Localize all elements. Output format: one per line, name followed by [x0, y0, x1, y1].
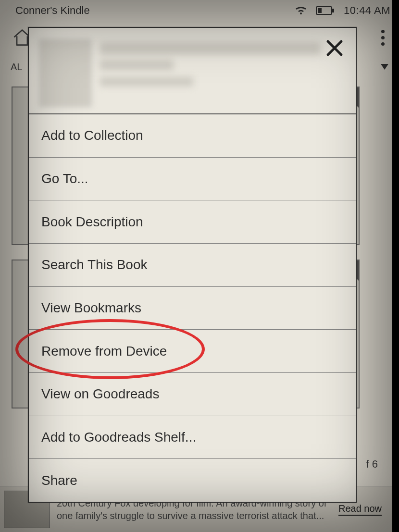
status-bar: Conner's Kindle 10:44 AM — [0, 0, 399, 21]
clock-time: 10:44 AM — [344, 4, 390, 17]
menu-item-add-to-collection[interactable]: Add to Collection — [29, 114, 356, 158]
book-cover-thumbnail — [39, 39, 91, 107]
chevron-down-icon — [381, 64, 388, 70]
filter-label[interactable]: AL — [11, 62, 22, 73]
device-name: Conner's Kindle — [15, 4, 90, 17]
menu-item-add-to-goodreads-shelf[interactable]: Add to Goodreads Shelf... — [29, 416, 356, 459]
book-title-block — [100, 39, 345, 107]
page-indicator: f 6 — [366, 458, 378, 470]
menu-item-view-bookmarks[interactable]: View Bookmarks — [29, 287, 356, 330]
modal-header — [29, 28, 356, 114]
close-button[interactable] — [324, 37, 345, 59]
menu-item-search-this-book[interactable]: Search This Book — [29, 244, 356, 287]
read-now-link[interactable]: Read now — [338, 503, 382, 516]
menu-item-book-description[interactable]: Book Description — [29, 200, 356, 244]
menu-list: Add to Collection Go To... Book Descript… — [29, 114, 356, 502]
menu-item-remove-from-device[interactable]: Remove from Device — [29, 330, 356, 373]
menu-item-share[interactable]: Share — [29, 459, 356, 502]
battery-icon — [316, 6, 335, 15]
menu-item-go-to[interactable]: Go To... — [29, 158, 356, 201]
sort-dropdown[interactable] — [381, 64, 388, 70]
book-context-menu: Add to Collection Go To... Book Descript… — [28, 27, 357, 503]
svg-rect-1 — [332, 9, 334, 12]
kebab-menu-icon[interactable] — [381, 30, 385, 46]
wifi-icon — [295, 6, 307, 15]
svg-rect-2 — [318, 8, 322, 13]
menu-item-view-on-goodreads[interactable]: View on Goodreads — [29, 373, 356, 416]
